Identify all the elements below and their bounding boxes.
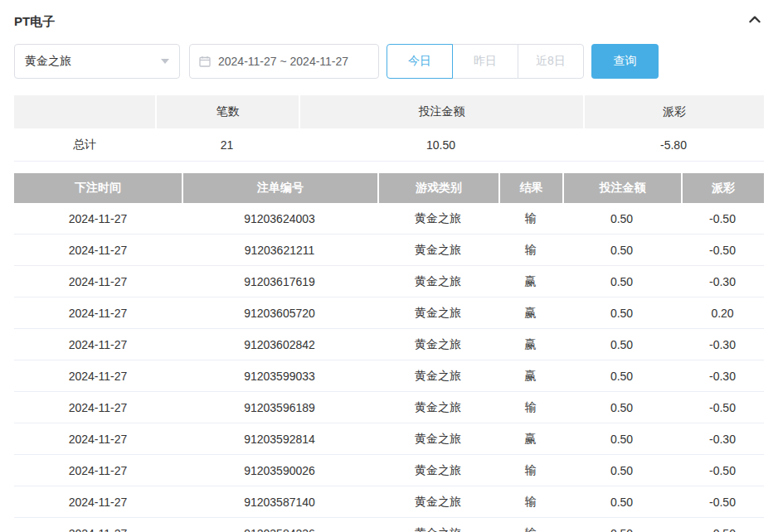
cell-payout: -0.30 — [681, 423, 764, 455]
game-select[interactable]: 黄金之旅 — [14, 44, 180, 79]
summary-total-label: 总计 — [14, 128, 155, 162]
cell-bet-time: 2024-11-27 — [14, 518, 182, 532]
cell-result: 输 — [498, 486, 562, 518]
cell-result: 赢 — [498, 297, 562, 329]
bet-table-body: 2024-11-27 91203624003 黄金之旅 输 0.50 -0.50… — [14, 203, 764, 532]
summary-total-bet-amount: 10.50 — [299, 128, 583, 162]
summary-total-count: 21 — [155, 128, 299, 162]
game-select-value: 黄金之旅 — [25, 54, 71, 69]
summary-table: 笔数 投注金额 派彩 总计 21 10.50 -5.80 — [14, 95, 764, 162]
cell-payout: -0.50 — [681, 486, 764, 518]
cell-payout: -0.30 — [681, 329, 764, 360]
cell-order-id: 91203617619 — [182, 266, 377, 297]
cell-game-type: 黄金之旅 — [377, 297, 498, 329]
cell-payout: -0.50 — [681, 203, 764, 235]
cell-game-type: 黄金之旅 — [377, 392, 498, 423]
summary-total-row: 总计 21 10.50 -5.80 — [14, 128, 764, 162]
cell-order-id: 91203605720 — [182, 297, 377, 329]
cell-game-type: 黄金之旅 — [377, 486, 498, 518]
table-row: 2024-11-27 91203599033 黄金之旅 赢 0.50 -0.30 — [14, 360, 764, 392]
cell-bet-amount: 0.50 — [562, 518, 681, 532]
last-8-days-button[interactable]: 近8日 — [518, 44, 584, 79]
cell-bet-time: 2024-11-27 — [14, 266, 182, 297]
cell-bet-time: 2024-11-27 — [14, 360, 182, 392]
collapse-button[interactable] — [746, 11, 764, 32]
bet-table: 下注时间 注单编号 游戏类别 结果 投注金额 派彩 2024-11-27 912… — [14, 173, 764, 532]
table-row: 2024-11-27 91203587140 黄金之旅 输 0.50 -0.50 — [14, 486, 764, 518]
cell-order-id: 91203602842 — [182, 329, 377, 360]
quick-date-buttons: 今日 昨日 近8日 — [387, 44, 584, 79]
pt-games-panel: PT电子 黄金之旅 2024-11-27 ~ 2024-11-27 今日 昨日 … — [0, 0, 778, 532]
cell-bet-amount: 0.50 — [562, 297, 681, 329]
cell-bet-amount: 0.50 — [562, 486, 681, 518]
table-row: 2024-11-27 91203584236 黄金之旅 输 0.50 -0.50 — [14, 518, 764, 532]
cell-payout: -0.50 — [681, 392, 764, 423]
summary-header-row: 笔数 投注金额 派彩 — [14, 95, 764, 128]
header-bet-time: 下注时间 — [14, 173, 182, 203]
table-row: 2024-11-27 91203621211 黄金之旅 输 0.50 -0.50 — [14, 235, 764, 266]
cell-bet-amount: 0.50 — [562, 266, 681, 297]
cell-result: 输 — [498, 455, 562, 486]
cell-payout: -0.30 — [681, 360, 764, 392]
cell-game-type: 黄金之旅 — [377, 423, 498, 455]
cell-bet-amount: 0.50 — [562, 360, 681, 392]
date-range-input[interactable]: 2024-11-27 ~ 2024-11-27 — [189, 44, 379, 79]
chevron-up-icon — [747, 12, 762, 31]
cell-result: 输 — [498, 518, 562, 532]
cell-game-type: 黄金之旅 — [377, 360, 498, 392]
cell-bet-time: 2024-11-27 — [14, 455, 182, 486]
cell-bet-amount: 0.50 — [562, 423, 681, 455]
today-button[interactable]: 今日 — [387, 44, 453, 79]
cell-order-id: 91203592814 — [182, 423, 377, 455]
cell-game-type: 黄金之旅 — [377, 203, 498, 235]
cell-order-id: 91203624003 — [182, 203, 377, 235]
panel-header: PT电子 — [14, 0, 764, 44]
cell-order-id: 91203596189 — [182, 392, 377, 423]
cell-game-type: 黄金之旅 — [377, 455, 498, 486]
cell-result: 输 — [498, 203, 562, 235]
cell-result: 赢 — [498, 423, 562, 455]
cell-bet-time: 2024-11-27 — [14, 203, 182, 235]
table-row: 2024-11-27 91203590026 黄金之旅 输 0.50 -0.50 — [14, 455, 764, 486]
table-row: 2024-11-27 91203624003 黄金之旅 输 0.50 -0.50 — [14, 203, 764, 235]
table-row: 2024-11-27 91203617619 黄金之旅 赢 0.50 -0.30 — [14, 266, 764, 297]
page-title: PT电子 — [14, 14, 55, 30]
cell-order-id: 91203587140 — [182, 486, 377, 518]
chevron-down-icon — [161, 59, 169, 64]
cell-bet-time: 2024-11-27 — [14, 392, 182, 423]
cell-result: 赢 — [498, 360, 562, 392]
cell-bet-amount: 0.50 — [562, 392, 681, 423]
header-payout: 派彩 — [681, 173, 764, 203]
cell-game-type: 黄金之旅 — [377, 235, 498, 266]
cell-bet-time: 2024-11-27 — [14, 235, 182, 266]
cell-payout: -0.50 — [681, 455, 764, 486]
cell-result: 赢 — [498, 266, 562, 297]
cell-bet-amount: 0.50 — [562, 203, 681, 235]
yesterday-button[interactable]: 昨日 — [452, 44, 518, 79]
cell-result: 输 — [498, 235, 562, 266]
table-row: 2024-11-27 91203596189 黄金之旅 输 0.50 -0.50 — [14, 392, 764, 423]
cell-bet-amount: 0.50 — [562, 329, 681, 360]
table-row: 2024-11-27 91203602842 黄金之旅 赢 0.50 -0.30 — [14, 329, 764, 360]
date-range-value: 2024-11-27 ~ 2024-11-27 — [218, 55, 348, 68]
cell-bet-time: 2024-11-27 — [14, 297, 182, 329]
search-button[interactable]: 查询 — [591, 44, 659, 79]
cell-order-id: 91203621211 — [182, 235, 377, 266]
cell-payout: -0.30 — [681, 266, 764, 297]
filter-bar: 黄金之旅 2024-11-27 ~ 2024-11-27 今日 昨日 近8日 查… — [14, 44, 764, 79]
cell-result: 赢 — [498, 329, 562, 360]
cell-bet-amount: 0.50 — [562, 235, 681, 266]
summary-header-bet-amount: 投注金额 — [299, 95, 583, 128]
cell-order-id: 91203590026 — [182, 455, 377, 486]
header-result: 结果 — [498, 173, 562, 203]
cell-payout: -0.50 — [681, 518, 764, 532]
cell-bet-time: 2024-11-27 — [14, 329, 182, 360]
cell-payout: -0.50 — [681, 235, 764, 266]
cell-result: 输 — [498, 392, 562, 423]
summary-header-empty — [14, 95, 155, 128]
table-row: 2024-11-27 91203592814 黄金之旅 赢 0.50 -0.30 — [14, 423, 764, 455]
cell-bet-amount: 0.50 — [562, 455, 681, 486]
header-game-type: 游戏类别 — [377, 173, 498, 203]
summary-header-count: 笔数 — [155, 95, 299, 128]
summary-header-payout: 派彩 — [583, 95, 764, 128]
